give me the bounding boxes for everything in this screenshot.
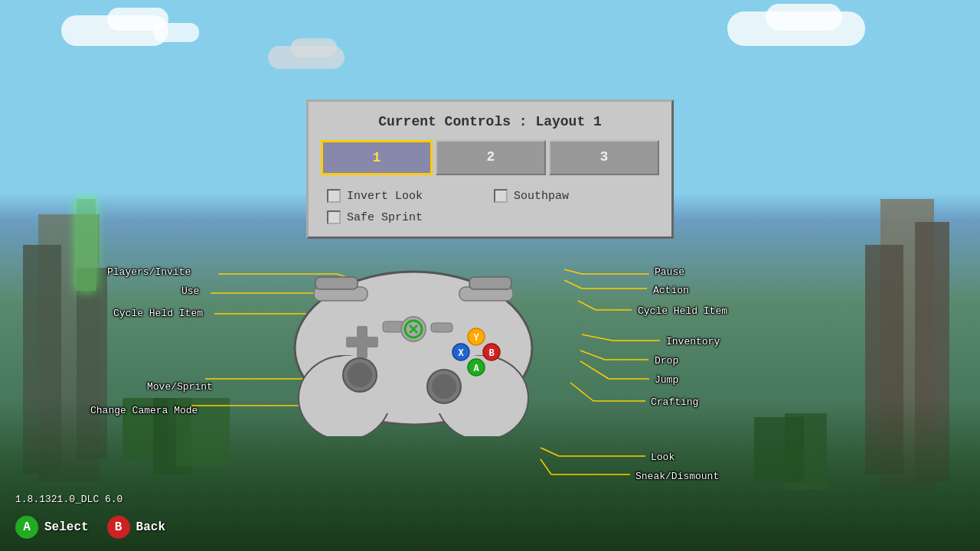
svg-rect-6: [315, 277, 358, 289]
label-drop: Drop: [655, 355, 678, 367]
tree-5: [754, 417, 804, 482]
svg-text:B: B: [488, 348, 494, 359]
cloud-7: [291, 38, 337, 57]
southpaw-option[interactable]: Southpaw: [494, 189, 653, 203]
dialog-title: Current Controls : Layout 1: [321, 114, 659, 129]
label-look: Look: [651, 452, 675, 463]
a-button-letter: A: [23, 520, 31, 534]
svg-rect-9: [357, 326, 368, 358]
controller-diagram: Y X B A: [283, 237, 544, 440]
label-change-camera: Change Camera Mode: [90, 405, 198, 416]
label-cycle-held-item-left: Cycle Held Item: [113, 308, 203, 319]
invert-look-checkbox[interactable]: [327, 189, 341, 203]
tab-layout-2[interactable]: 2: [436, 140, 546, 175]
safe-sprint-checkbox[interactable]: [327, 210, 341, 224]
svg-rect-19: [431, 323, 452, 332]
left-glow: [77, 199, 96, 291]
label-jump: Jump: [655, 374, 678, 386]
back-button-item[interactable]: B Back: [107, 516, 165, 539]
svg-text:Y: Y: [473, 333, 479, 344]
a-button-icon: A: [15, 516, 38, 539]
version-text: 1.8.1321.0_DLC 6.0: [15, 494, 122, 505]
tab-layout-3[interactable]: 3: [549, 140, 659, 175]
svg-rect-7: [469, 277, 511, 289]
label-action: Action: [653, 285, 689, 296]
b-button-icon: B: [107, 516, 130, 539]
svg-point-11: [348, 363, 372, 387]
invert-look-label: Invert Look: [347, 190, 423, 203]
label-sneak-dismount: Sneak/Dismount: [635, 471, 719, 482]
bottom-buttons: A Select B Back: [15, 516, 165, 539]
label-use: Use: [181, 285, 199, 297]
controller-svg: Y X B A: [283, 237, 544, 436]
svg-point-13: [432, 374, 456, 399]
label-move-sprint: Move/Sprint: [147, 381, 213, 393]
label-crafting: Crafting: [651, 396, 698, 408]
b-button-letter: B: [115, 520, 122, 534]
layout-tabs: 1 2 3: [321, 140, 659, 175]
safe-sprint-option[interactable]: Safe Sprint: [327, 210, 486, 224]
label-pause: Pause: [655, 266, 684, 278]
label-players-invite: Players/Invite: [107, 266, 191, 278]
select-button-item[interactable]: A Select: [15, 516, 89, 539]
safe-sprint-label: Safe Sprint: [347, 211, 423, 224]
tab-layout-1[interactable]: 1: [321, 140, 433, 175]
svg-text:A: A: [473, 364, 479, 374]
label-inventory: Inventory: [666, 336, 720, 347]
label-cycle-held-item-right: Cycle Held Item: [638, 305, 727, 317]
options-grid: Invert Look Southpaw Safe Sprint: [321, 189, 659, 224]
invert-look-option[interactable]: Invert Look: [327, 189, 486, 203]
svg-text:X: X: [458, 348, 464, 359]
cloud-5: [766, 4, 842, 31]
cloud-3: [153, 23, 199, 42]
select-label: Select: [44, 520, 89, 534]
southpaw-label: Southpaw: [514, 190, 569, 203]
southpaw-checkbox[interactable]: [494, 189, 508, 203]
controls-dialog: Current Controls : Layout 1 1 2 3 Invert…: [306, 99, 674, 239]
back-label: Back: [136, 520, 165, 534]
